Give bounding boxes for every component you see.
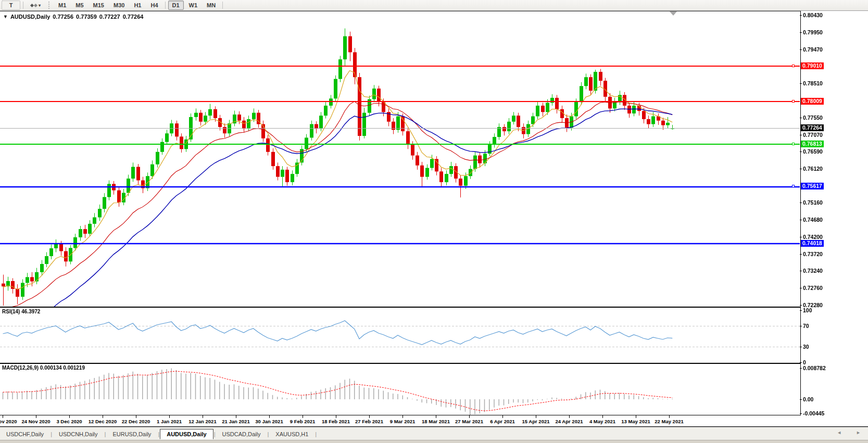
date-tick — [303, 415, 303, 418]
time-axis[interactable]: 14 Nov 202024 Nov 20203 Dec 202012 Dec 2… — [0, 415, 868, 427]
macd-tick-label: 0.00 — [803, 396, 813, 402]
date-tick — [402, 415, 403, 418]
date-tick — [536, 415, 536, 418]
timeframe-button-m15[interactable]: M15 — [89, 1, 108, 10]
status-strip — [0, 440, 868, 443]
date-label: 13 May 2021 — [621, 419, 650, 424]
rsi-chart-canvas[interactable] — [0, 308, 800, 363]
line-handle[interactable] — [792, 100, 795, 103]
tab-scroll-buttons: ◄ ► — [837, 430, 861, 435]
open-value: 0.77256 — [53, 14, 73, 20]
date-tick — [136, 415, 136, 418]
date-label: 27 Feb 2021 — [355, 419, 383, 424]
rsi-tick-label: 100 — [803, 307, 812, 313]
text-tool-button[interactable]: T — [2, 1, 20, 10]
tab-separator: | — [214, 431, 216, 437]
close-value: 0.77264 — [123, 14, 144, 20]
date-tick — [502, 415, 503, 418]
tab-scroll-left-icon[interactable]: ◄ — [837, 430, 841, 435]
tab-separator: | — [315, 431, 317, 437]
price-tick-label: 0.73720 — [803, 251, 823, 257]
chart-tab-usdchf[interactable]: USDCHF,Daily — [0, 429, 50, 439]
drawing-tools-button[interactable]: ▾ — [26, 0, 45, 10]
tab-separator: | — [267, 431, 269, 437]
line-handle[interactable] — [792, 185, 795, 187]
line-handle[interactable] — [792, 143, 795, 145]
price-tick-label: 0.74200 — [803, 234, 823, 240]
tab-scroll-right-icon[interactable]: ► — [856, 430, 861, 435]
chart-window: ▼ AUDUSD,Daily 0.77256 0.77359 0.77227 0… — [0, 11, 868, 426]
price-tick-label: 0.80430 — [803, 12, 823, 18]
timeframe-group: M1M5M15M30H1H4D1W1MN — [54, 1, 225, 10]
date-tick — [269, 415, 270, 418]
chart-tab-usdcad[interactable]: USDCAD,Daily — [216, 429, 267, 439]
timeframe-button-h4[interactable]: H4 — [146, 1, 162, 10]
macd-chart-canvas[interactable] — [0, 364, 800, 415]
symbol-label: AUDUSD,Daily — [10, 14, 50, 20]
date-label: 24 Nov 2020 — [22, 419, 51, 424]
tab-separator: | — [51, 431, 52, 437]
date-tick — [103, 415, 103, 418]
chart-title: ▼ AUDUSD,Daily 0.77256 0.77359 0.77227 0… — [3, 14, 143, 20]
timeframe-button-m5[interactable]: M5 — [71, 1, 87, 10]
price-chart-panel[interactable] — [0, 11, 800, 307]
timeframe-button-m1[interactable]: M1 — [54, 1, 70, 10]
price-tick-label: 0.79950 — [803, 29, 823, 35]
toolbar-divider — [23, 2, 23, 9]
date-label: 27 Mar 2021 — [455, 419, 483, 424]
line-handle[interactable] — [792, 65, 795, 67]
date-label: 24 Apr 2021 — [556, 419, 583, 424]
mt4-window: { "toolbar": { "text_tool_label": "T", "… — [0, 0, 868, 443]
level-price-tag: 0.79010 — [801, 62, 824, 69]
chart-tab-usdcnh[interactable]: USDCNH,Daily — [53, 429, 104, 439]
price-tick-label: 0.72760 — [803, 285, 823, 291]
date-label: 30 Jan 2021 — [255, 419, 283, 424]
date-label: 14 Nov 2020 — [0, 419, 17, 424]
top-toolbar: T ▾ M1M5M15M30H1H4D1W1MN — [0, 0, 868, 11]
price-tick-label: 0.78510 — [803, 80, 823, 86]
toolbar-drag-handle[interactable] — [48, 2, 52, 9]
date-tick — [203, 415, 203, 418]
date-label: 4 May 2021 — [589, 419, 615, 424]
tab-separator: | — [105, 431, 106, 437]
collapse-triangle-icon[interactable]: ▼ — [3, 14, 8, 19]
chart-tab-xauusd[interactable]: XAUUSD,H1 — [269, 429, 315, 439]
candlestick-chart-canvas[interactable] — [0, 11, 800, 307]
date-label: 21 Jan 2021 — [222, 419, 249, 424]
date-label: 6 Apr 2021 — [490, 419, 515, 424]
chart-tab-bar: USDCHF,Daily|USDCNH,Daily|EURUSD,Daily|A… — [0, 427, 868, 440]
macd-indicator-label: MACD(12,26,9) 0.000134 0.001219 — [2, 365, 85, 371]
macd-tick-label: 0.008782 — [803, 365, 826, 371]
price-tick-label: 0.73240 — [803, 268, 823, 274]
date-tick — [169, 415, 170, 418]
date-tick — [3, 415, 3, 418]
timeframe-button-d1[interactable]: D1 — [168, 1, 184, 10]
date-label: 9 Feb 2021 — [290, 419, 316, 424]
toolbar-divider — [165, 2, 166, 9]
timeframe-button-w1[interactable]: W1 — [185, 1, 202, 10]
chart-shift-marker[interactable] — [670, 11, 677, 16]
high-value: 0.77359 — [76, 14, 97, 20]
date-tick — [36, 415, 36, 418]
date-label: 22 May 2021 — [655, 419, 683, 424]
low-value: 0.77227 — [99, 14, 120, 20]
date-tick — [369, 415, 370, 418]
timeframe-button-mn[interactable]: MN — [203, 1, 220, 10]
rsi-tick-label: 70 — [803, 323, 809, 329]
date-label: 12 Jan 2021 — [188, 419, 216, 424]
timeframe-button-h1[interactable]: H1 — [130, 1, 145, 10]
date-label: 18 Mar 2021 — [422, 419, 450, 424]
level-price-tag: 0.75617 — [801, 183, 824, 189]
date-tick — [636, 415, 636, 418]
price-axis-border — [800, 11, 801, 415]
macd-panel[interactable] — [0, 363, 800, 415]
chart-tab-eurusd[interactable]: EURUSD,Daily — [106, 429, 157, 439]
chart-tab-audusd[interactable]: AUDUSD,Daily — [160, 429, 213, 439]
timeframe-button-m30[interactable]: M30 — [109, 1, 129, 10]
date-tick — [602, 415, 603, 418]
rsi-panel[interactable] — [0, 307, 800, 363]
price-tick-label: 0.77070 — [803, 132, 823, 138]
date-label: 12 Dec 2020 — [89, 419, 117, 424]
date-label: 22 Dec 2020 — [122, 419, 150, 424]
date-tick — [69, 415, 70, 418]
